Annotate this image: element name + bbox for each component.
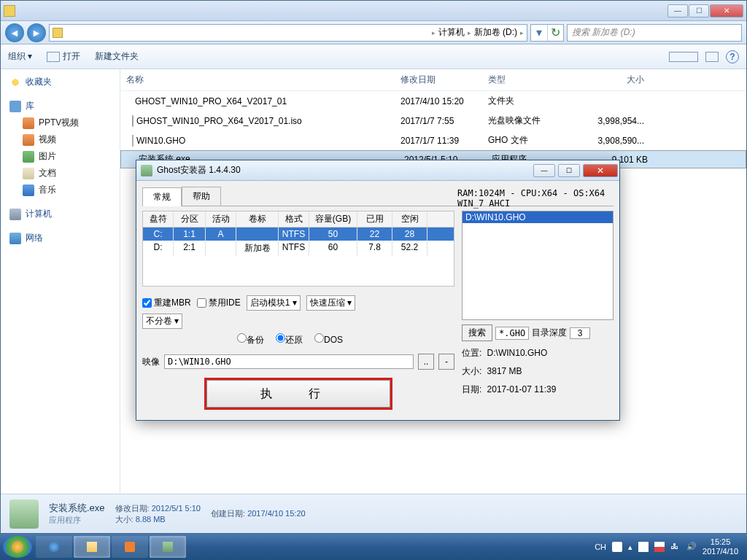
ghost-installer-dialog: Ghost安装器 1.4.4.30 — ☐ ✕ 常规 帮助 RAM:1024M … bbox=[136, 160, 620, 421]
search-input[interactable]: 搜索 新加卷 (D:) bbox=[567, 24, 742, 42]
browse-button[interactable]: .. bbox=[418, 354, 434, 370]
file-row[interactable]: GHOST_WIN10_PRO_X64_V2017_012017/4/10 15… bbox=[120, 91, 746, 111]
address-path[interactable]: ▸ 计算机 ▸ 新加卷 (D:) ▸ bbox=[49, 24, 527, 42]
disable-ide-checkbox[interactable]: 禁用IDE bbox=[197, 297, 241, 309]
volume-icon[interactable]: 🔊 bbox=[686, 542, 697, 552]
search-button[interactable]: 搜索 bbox=[462, 324, 492, 341]
file-icon bbox=[9, 499, 39, 529]
open-button[interactable]: 打开 bbox=[47, 50, 80, 63]
col-date[interactable]: 修改日期 bbox=[395, 72, 482, 88]
col-name[interactable]: 名称 bbox=[120, 72, 395, 88]
image-label: 映像 bbox=[142, 356, 160, 368]
partition-table: 盘符 分区 活动 卷标 格式 容量(GB) 已用 空闲 C:1:1ANTFS50… bbox=[142, 211, 454, 287]
help-button[interactable]: ? bbox=[726, 50, 739, 63]
minimize-button[interactable]: — bbox=[667, 4, 688, 18]
sidebar-item-video[interactable]: 视频 bbox=[1, 131, 120, 148]
sidebar-favorites[interactable]: 收藏夹 bbox=[1, 74, 120, 90]
clock[interactable]: 15:25 2017/4/10 bbox=[703, 537, 738, 556]
file-row[interactable]: WIN10.GHO2017/1/7 11:39GHO 文件3,908,590..… bbox=[120, 131, 746, 150]
flag-icon[interactable] bbox=[638, 542, 649, 552]
depth-label: 目录深度 bbox=[532, 327, 567, 339]
preview-pane-button[interactable] bbox=[705, 52, 719, 62]
chevron-right-icon: ▸ bbox=[468, 29, 471, 36]
info-date: 2017-01-07 11:39 bbox=[487, 384, 557, 394]
video-icon bbox=[23, 134, 34, 146]
folder-icon bbox=[4, 5, 15, 17]
view-options-button[interactable] bbox=[669, 52, 698, 62]
keyboard-icon[interactable] bbox=[612, 542, 622, 552]
tray-chevron-icon[interactable]: ▴ bbox=[628, 542, 632, 552]
compress-select[interactable]: 快速压缩 ▾ bbox=[306, 295, 355, 311]
sidebar-network[interactable]: 网络 bbox=[1, 230, 120, 246]
backup-radio[interactable]: 备份 bbox=[237, 333, 264, 346]
library-icon bbox=[9, 101, 21, 112]
partition-row[interactable]: C:1:1ANTFS502228 bbox=[143, 228, 454, 241]
col-used: 已用 bbox=[357, 211, 392, 227]
dos-radio[interactable]: DOS bbox=[314, 333, 343, 346]
gho-list-item[interactable]: D:\WIN10.GHO bbox=[462, 211, 613, 223]
new-folder-button[interactable]: 新建文件夹 bbox=[95, 50, 139, 63]
sidebar-item-pptv[interactable]: PPTV视频 bbox=[1, 114, 120, 131]
start-button[interactable] bbox=[3, 536, 32, 558]
breadcrumb-drive[interactable]: 新加卷 (D:) bbox=[474, 26, 517, 39]
restore-radio[interactable]: 还原 bbox=[276, 333, 303, 346]
tab-general[interactable]: 常规 bbox=[142, 187, 182, 206]
security-icon[interactable] bbox=[654, 542, 665, 552]
chevron-right-icon: ▸ bbox=[432, 29, 436, 36]
dialog-close-button[interactable]: ✕ bbox=[583, 164, 618, 177]
sidebar-library[interactable]: 库 bbox=[1, 98, 120, 114]
forward-button[interactable]: ► bbox=[27, 23, 46, 42]
taskbar-ie[interactable] bbox=[36, 536, 72, 558]
col-type[interactable]: 类型 bbox=[482, 72, 570, 88]
boot-module-select[interactable]: 启动模块1 ▾ bbox=[247, 295, 301, 311]
taskbar-media[interactable] bbox=[112, 536, 148, 558]
col-active: 活动 bbox=[206, 211, 236, 227]
dropdown-icon[interactable]: ▾ bbox=[531, 25, 547, 41]
execute-button[interactable]: 执行 bbox=[206, 380, 390, 408]
col-drive: 盘符 bbox=[143, 211, 174, 227]
refresh-button[interactable]: ↻ bbox=[547, 25, 563, 41]
sidebar-item-pictures[interactable]: 图片 bbox=[1, 148, 120, 165]
app-icon bbox=[141, 165, 152, 176]
gho-icon bbox=[132, 135, 133, 147]
sidebar-item-documents[interactable]: 文档 bbox=[1, 165, 120, 182]
dialog-titlebar[interactable]: Ghost安装器 1.4.4.30 — ☐ ✕ bbox=[136, 160, 619, 181]
split-select[interactable]: 不分卷 ▾ bbox=[142, 314, 182, 329]
sidebar: 收藏夹 库 PPTV视频 视频 图片 文档 音乐 计算机 网络 bbox=[1, 69, 120, 494]
language-indicator[interactable]: CH bbox=[595, 542, 606, 551]
rebuild-mbr-checkbox[interactable]: 重建MBR bbox=[142, 297, 191, 309]
sidebar-item-music[interactable]: 音乐 bbox=[1, 182, 120, 198]
sidebar-computer[interactable]: 计算机 bbox=[1, 206, 120, 222]
system-info: RAM:1024M - CPU:X64 - OS:X64 WIN_7 AHCI bbox=[457, 188, 619, 209]
clear-button[interactable]: - bbox=[438, 354, 454, 370]
extension-filter[interactable]: *.GHO bbox=[495, 327, 529, 340]
depth-input[interactable] bbox=[570, 327, 590, 339]
picture-icon bbox=[23, 151, 34, 163]
chevron-right-icon: ▸ bbox=[520, 29, 524, 36]
image-path-input[interactable] bbox=[164, 354, 414, 369]
file-row[interactable]: GHOST_WIN10_PRO_X64_V2017_01.iso2017/1/7… bbox=[120, 111, 746, 131]
taskbar-explorer[interactable] bbox=[74, 536, 110, 558]
col-size[interactable]: 大小 bbox=[570, 72, 650, 88]
dialog-minimize-button[interactable]: — bbox=[533, 164, 555, 177]
col-capacity: 容量(GB) bbox=[309, 211, 357, 227]
details-filename: 安装系统.exe bbox=[49, 502, 105, 515]
network-tray-icon[interactable]: 🖧 bbox=[670, 542, 681, 552]
toolbar: 组织 ▾ 打开 新建文件夹 ? bbox=[1, 44, 746, 69]
info-size: 3817 MB bbox=[487, 366, 522, 376]
breadcrumb-computer[interactable]: 计算机 bbox=[438, 26, 465, 39]
col-format: 格式 bbox=[279, 211, 309, 227]
partition-row[interactable]: D:2:1新加卷NTFS607.852.2 bbox=[143, 241, 454, 256]
close-button[interactable]: ✕ bbox=[710, 4, 743, 18]
network-icon bbox=[9, 233, 21, 244]
dialog-maximize-button[interactable]: ☐ bbox=[558, 164, 580, 177]
back-button[interactable]: ◄ bbox=[5, 23, 24, 42]
col-partition: 分区 bbox=[174, 211, 206, 227]
folder-icon bbox=[87, 542, 97, 552]
maximize-button[interactable]: ☐ bbox=[689, 4, 709, 18]
taskbar-ghost[interactable] bbox=[150, 536, 186, 558]
tab-help[interactable]: 帮助 bbox=[182, 187, 221, 206]
dialog-title: Ghost安装器 1.4.4.30 bbox=[157, 164, 241, 176]
organize-menu[interactable]: 组织 ▾ bbox=[8, 50, 32, 63]
gho-file-list[interactable]: D:\WIN10.GHO bbox=[462, 211, 614, 320]
